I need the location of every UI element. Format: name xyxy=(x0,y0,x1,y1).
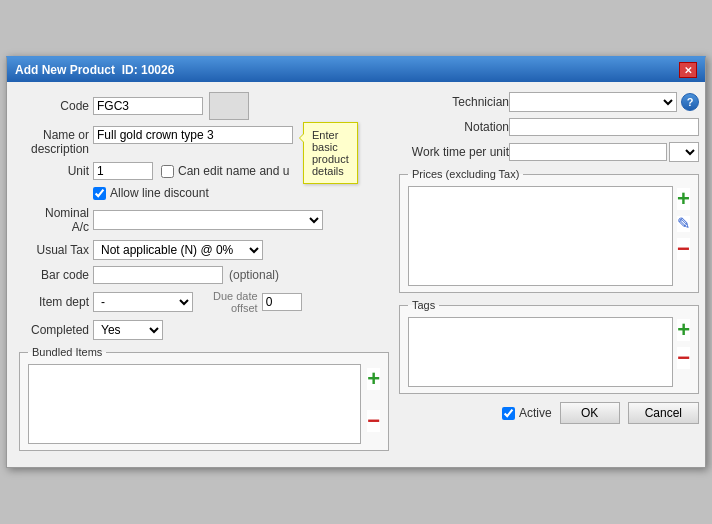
can-edit-checkbox-row[interactable]: Can edit name and u xyxy=(161,164,289,178)
dialog-title: Add New Product ID: 10026 xyxy=(15,63,174,77)
due-date-label: Due dateoffset xyxy=(213,290,258,314)
prices-add-button[interactable]: + xyxy=(677,188,690,210)
tooltip: Enter basic product details xyxy=(303,122,358,184)
barcode-optional: (optional) xyxy=(229,268,279,282)
notation-row: Notation xyxy=(399,118,699,136)
bundled-items-section: Bundled Items + − xyxy=(19,346,389,451)
unit-label: Unit xyxy=(19,164,89,178)
cancel-button[interactable]: Cancel xyxy=(628,402,699,424)
bundled-add-button[interactable]: + xyxy=(367,368,380,390)
main-layout: Code Name ordescription Enter basic prod… xyxy=(19,92,693,457)
tags-legend: Tags xyxy=(408,299,439,311)
prices-content: + ✎ − xyxy=(408,186,690,286)
technician-row: Technician ? xyxy=(399,92,699,112)
close-button[interactable]: ✕ xyxy=(679,62,697,78)
bundled-items-content: + − xyxy=(28,364,380,444)
name-row: Name ordescription Enter basic product d… xyxy=(19,126,389,156)
right-column: Technician ? Notation Work time per unit xyxy=(399,92,699,457)
bottom-bar: Active OK Cancel xyxy=(399,402,699,424)
tags-remove-button[interactable]: − xyxy=(677,347,690,369)
work-time-row: Work time per unit xyxy=(399,142,699,162)
prices-textarea[interactable] xyxy=(408,186,673,286)
active-label: Active xyxy=(519,406,552,420)
nominal-ac-label: NominalA/c xyxy=(19,206,89,234)
dialog-window: Add New Product ID: 10026 ✕ Code Name or… xyxy=(6,56,706,468)
unit-input[interactable] xyxy=(93,162,153,180)
tags-buttons: + − xyxy=(677,317,690,369)
active-checkbox[interactable] xyxy=(502,407,515,420)
name-input[interactable] xyxy=(93,126,293,144)
completed-label: Completed xyxy=(19,323,89,337)
tags-content: + − xyxy=(408,317,690,387)
code-label: Code xyxy=(19,99,89,113)
bundled-remove-button[interactable]: − xyxy=(367,410,380,432)
tags-textarea[interactable] xyxy=(408,317,673,387)
prices-legend: Prices (excluding Tax) xyxy=(408,168,523,180)
bundled-items-legend: Bundled Items xyxy=(28,346,106,358)
nominal-ac-select[interactable] xyxy=(93,210,323,230)
due-date-input[interactable] xyxy=(262,293,302,311)
notation-input[interactable] xyxy=(509,118,699,136)
tags-section: Tags + − xyxy=(399,299,699,394)
allow-discount-label: Allow line discount xyxy=(110,186,209,200)
prices-edit-button[interactable]: ✎ xyxy=(677,216,690,232)
usual-tax-select[interactable]: Not applicable (N) @ 0% xyxy=(93,240,263,260)
left-column: Code Name ordescription Enter basic prod… xyxy=(19,92,389,457)
allow-discount-checkbox[interactable] xyxy=(93,187,106,200)
work-time-unit-select[interactable] xyxy=(669,142,699,162)
barcode-input[interactable] xyxy=(93,266,223,284)
work-time-label: Work time per unit xyxy=(399,145,509,159)
ok-button[interactable]: OK xyxy=(560,402,620,424)
prices-remove-button[interactable]: − xyxy=(677,238,690,260)
can-edit-checkbox[interactable] xyxy=(161,165,174,178)
can-edit-label: Can edit name and u xyxy=(178,164,289,178)
technician-select[interactable] xyxy=(509,92,677,112)
item-dept-row: Item dept - Due dateoffset xyxy=(19,290,389,314)
nominal-ac-row: NominalA/c xyxy=(19,206,389,234)
work-time-input[interactable] xyxy=(509,143,667,161)
code-row: Code xyxy=(19,92,389,120)
barcode-label: Bar code xyxy=(19,268,89,282)
title-bar: Add New Product ID: 10026 ✕ xyxy=(7,58,705,82)
code-input[interactable] xyxy=(93,97,203,115)
completed-select[interactable]: Yes xyxy=(93,320,163,340)
help-button[interactable]: ? xyxy=(681,93,699,111)
notation-label: Notation xyxy=(399,120,509,134)
name-label: Name ordescription xyxy=(19,126,89,156)
allow-discount-row: Allow line discount xyxy=(93,186,389,200)
bundled-items-textarea[interactable] xyxy=(28,364,361,444)
usual-tax-row: Usual Tax Not applicable (N) @ 0% xyxy=(19,240,389,260)
prices-section: Prices (excluding Tax) + ✎ − xyxy=(399,168,699,293)
dialog-body: Code Name ordescription Enter basic prod… xyxy=(7,82,705,467)
barcode-row: Bar code (optional) xyxy=(19,266,389,284)
active-checkbox-row[interactable]: Active xyxy=(502,406,552,420)
bundled-buttons: + − xyxy=(367,364,380,432)
prices-buttons: + ✎ − xyxy=(677,186,690,260)
completed-row: Completed Yes xyxy=(19,320,389,340)
usual-tax-label: Usual Tax xyxy=(19,243,89,257)
technician-label: Technician xyxy=(399,95,509,109)
item-dept-select[interactable]: - xyxy=(93,292,193,312)
item-dept-label: Item dept xyxy=(19,295,89,309)
tags-add-button[interactable]: + xyxy=(677,319,690,341)
allow-discount-checkbox-row[interactable]: Allow line discount xyxy=(93,186,209,200)
